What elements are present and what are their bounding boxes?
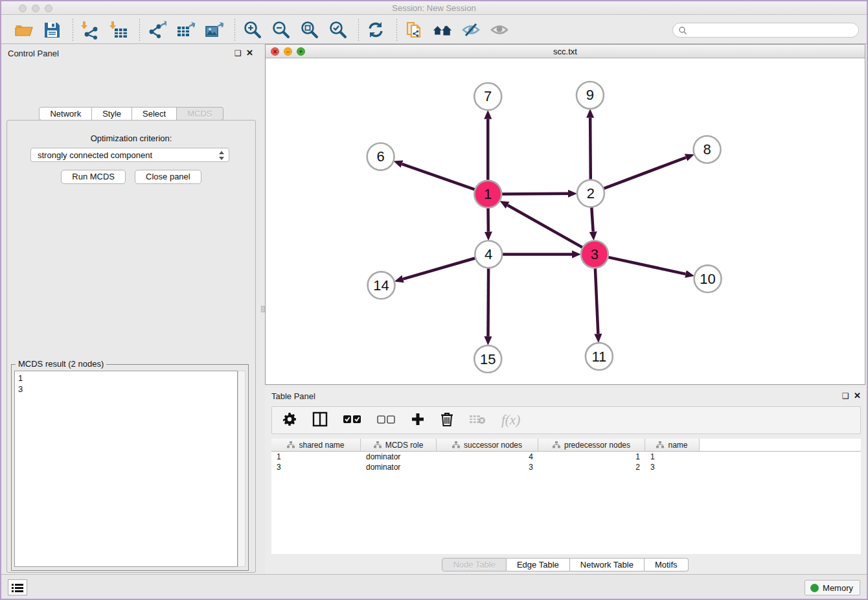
status-bar: Memory (1, 574, 867, 599)
hide-annotations-icon[interactable] (461, 19, 481, 40)
delete-table-icon[interactable] (469, 413, 486, 428)
search-field[interactable] (672, 23, 859, 38)
add-column-icon[interactable] (411, 412, 425, 429)
home-icon[interactable] (432, 19, 453, 40)
graph-edge-3-10[interactable] (608, 257, 685, 274)
deselect-all-icon[interactable] (377, 414, 395, 427)
graph-node-label: 6 (376, 148, 384, 165)
export-image-icon[interactable] (203, 19, 224, 40)
memory-label: Memory (823, 583, 853, 593)
graph-edge-3-11[interactable] (595, 268, 599, 334)
mcds-result-text[interactable]: 13 (14, 371, 238, 567)
network-view-window: ✕ − + scc.txt 7968124314101511 (265, 44, 865, 385)
chevron-up-down-icon (218, 150, 225, 161)
graph-edge-2-3[interactable] (591, 207, 593, 232)
function-icon[interactable]: f(x) (501, 412, 520, 428)
graph-node-label: 4 (485, 246, 492, 262)
table-row[interactable]: 1dominator411 (271, 452, 861, 462)
select-all-icon[interactable] (343, 414, 361, 427)
mcds-panel: Optimization criterion: strongly connect… (6, 120, 256, 573)
search-input[interactable] (687, 26, 858, 35)
search-icon (678, 26, 687, 35)
result-line: 3 (18, 384, 234, 395)
table-panel-title: Table Panel (271, 391, 315, 401)
tab-network[interactable]: Network (39, 107, 92, 121)
clone-network-icon[interactable] (404, 19, 424, 40)
close-panel-button[interactable]: Close panel (135, 170, 201, 184)
zoom-selected-icon[interactable] (327, 19, 348, 40)
export-table-icon[interactable] (175, 19, 196, 40)
tab-select[interactable]: Select (132, 107, 177, 121)
close-table-panel-icon[interactable]: ✕ (854, 391, 861, 400)
graph-edge-2-8[interactable] (604, 157, 686, 189)
table-cell[interactable]: dominator (361, 463, 437, 472)
tab-node-table[interactable]: Node Table (442, 558, 507, 571)
task-history-button[interactable] (8, 579, 27, 595)
column-header-predecessor-nodes[interactable]: predecessor nodes (538, 439, 645, 451)
table-tabs: Node Table Edge Table Network Table Moti… (265, 558, 865, 571)
table-cell[interactable]: 2 (538, 463, 645, 472)
gear-icon[interactable] (282, 412, 297, 429)
node-table: shared nameMCDS rolesuccessor nodesprede… (271, 439, 861, 554)
graph-edge-4-15[interactable] (488, 268, 488, 336)
tab-mcds[interactable]: MCDS (177, 107, 223, 121)
table-cell[interactable]: 1 (538, 452, 645, 461)
table-cell[interactable]: 4 (437, 452, 538, 461)
delete-column-icon[interactable] (440, 411, 453, 430)
graph-node-label: 1 (484, 186, 492, 202)
graph-node-label: 8 (703, 141, 711, 157)
tab-edge-table[interactable]: Edge Table (507, 558, 570, 571)
toolbar-separator (234, 19, 235, 41)
open-file-icon[interactable] (13, 19, 34, 40)
float-table-panel-icon[interactable]: ❑ (842, 391, 849, 400)
export-network-icon[interactable] (146, 19, 167, 40)
run-mcds-button[interactable]: Run MCDS (61, 170, 126, 184)
import-table-icon[interactable] (108, 19, 129, 40)
close-panel-icon[interactable]: ✕ (246, 48, 253, 58)
graph-edge-3-1[interactable] (508, 205, 583, 248)
zoom-fit-icon[interactable] (299, 19, 319, 40)
float-panel-icon[interactable]: ❑ (234, 49, 242, 58)
tab-network-table[interactable]: Network Table (570, 558, 645, 571)
result-line: 1 (18, 373, 234, 384)
control-panel-tabs: Network Style Select MCDS (1, 107, 261, 121)
zoom-in-icon[interactable] (242, 19, 262, 40)
tab-motifs[interactable]: Motifs (645, 558, 689, 571)
network-canvas[interactable]: 7968124314101511 (266, 59, 865, 384)
column-header-name[interactable]: name (645, 439, 700, 451)
optimization-criterion-select[interactable]: strongly connected component (30, 148, 229, 162)
network-window-titlebar[interactable]: ✕ − + scc.txt (266, 45, 865, 58)
graph-edge-4-14[interactable] (403, 258, 475, 279)
column-header-MCDS-role[interactable]: MCDS role (361, 439, 437, 451)
zoom-out-icon[interactable] (270, 19, 291, 40)
table-header-row: shared nameMCDS rolesuccessor nodesprede… (271, 439, 861, 452)
result-scrollbar[interactable] (238, 371, 246, 567)
table-cell[interactable]: 3 (645, 463, 700, 472)
refresh-icon[interactable] (365, 19, 386, 40)
titlebar: Session: New Session (1, 1, 867, 15)
graph-edge-1-6[interactable] (402, 164, 475, 189)
graph-node-label: 3 (591, 246, 599, 262)
column-header-shared-name[interactable]: shared name (271, 439, 361, 451)
memory-status-icon (810, 584, 819, 592)
optimization-criterion-label: Optimization criterion: (7, 133, 255, 143)
table-cell[interactable]: dominator (361, 452, 437, 461)
graph-edge-1-2[interactable] (501, 194, 568, 194)
table-cell[interactable]: 3 (271, 463, 361, 472)
show-annotations-icon[interactable] (489, 19, 510, 40)
column-header-successor-nodes[interactable]: successor nodes (437, 439, 538, 451)
save-session-icon[interactable] (41, 19, 62, 40)
memory-button[interactable]: Memory (805, 580, 860, 595)
table-cell[interactable]: 3 (437, 463, 538, 472)
table-cell[interactable]: 1 (645, 452, 700, 461)
table-row[interactable]: 3dominator323 (271, 462, 861, 472)
toolbar-separator (358, 19, 359, 41)
import-network-icon[interactable] (80, 19, 100, 40)
tab-style[interactable]: Style (92, 107, 132, 121)
graph-node-label: 2 (587, 185, 595, 202)
graph-edge-2-9[interactable] (590, 118, 591, 180)
table-cell[interactable]: 1 (271, 452, 361, 461)
split-columns-icon[interactable] (312, 411, 328, 430)
graph-node-label: 14 (373, 277, 389, 294)
toolbar-separator (73, 19, 73, 41)
